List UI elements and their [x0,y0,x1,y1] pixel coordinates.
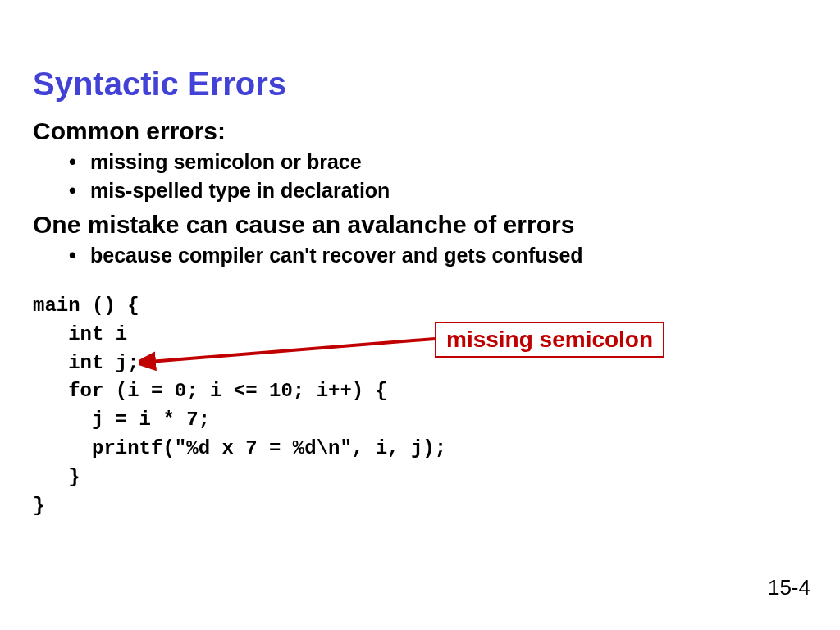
common-errors-heading: Common errors: [33,117,807,145]
common-errors-list: missing semicolon or brace mis-spelled t… [33,150,807,203]
list-item: mis-spelled type in declaration [90,179,807,203]
page-number: 15-4 [768,575,810,600]
list-item: because compiler can't recover and gets … [90,244,807,267]
slide: Syntactic Errors Common errors: missing … [0,0,840,630]
avalanche-list: because compiler can't recover and gets … [33,244,807,267]
avalanche-heading: One mistake can cause an avalanche of er… [33,211,807,239]
list-item: missing semicolon or brace [90,150,807,174]
slide-title: Syntactic Errors [33,66,807,103]
callout-label: missing semicolon [435,322,664,358]
code-block: main () { int i int j; for (i = 0; i <= … [33,292,807,520]
